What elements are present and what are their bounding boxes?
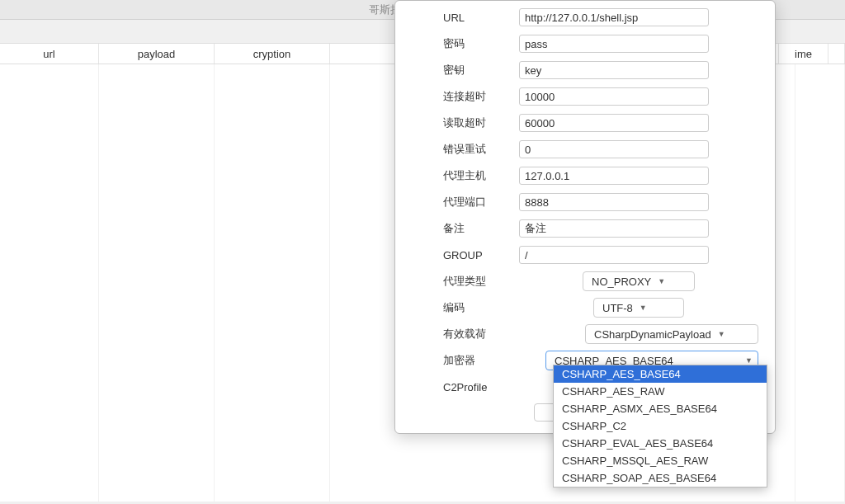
encryptor-option[interactable]: CSHARP_ASMX_AES_BASE64 — [554, 400, 767, 417]
encryptor-dropdown: CSHARP_AES_BASE64CSHARP_AES_RAWCSHARP_AS… — [553, 365, 767, 488]
proxy-port-label: 代理端口 — [412, 195, 519, 210]
read-timeout-label: 读取超时 — [412, 115, 519, 130]
conn-timeout-input[interactable] — [519, 87, 709, 106]
encryptor-option[interactable]: CSHARP_AES_RAW — [554, 383, 767, 400]
payload-select[interactable]: CSharpDynamicPayload ▼ — [585, 324, 758, 344]
encoding-value: UTF-8 — [602, 302, 633, 314]
payload-label: 有效载荷 — [412, 327, 519, 341]
password-input[interactable] — [519, 35, 709, 53]
url-input[interactable] — [519, 8, 709, 26]
encryptor-option[interactable]: CSHARP_SOAP_AES_BASE64 — [554, 469, 767, 487]
encoding-select[interactable]: UTF-8 ▼ — [593, 298, 684, 318]
encryptor-option[interactable]: CSHARP_AES_BASE64 — [554, 365, 767, 383]
chevron-down-icon: ▼ — [745, 356, 753, 365]
group-label: GROUP — [412, 249, 519, 261]
remark-label: 备注 — [412, 221, 519, 236]
encryptor-label: 加密器 — [412, 353, 519, 368]
encryptor-option[interactable]: CSHARP_C2 — [554, 417, 767, 435]
retry-input[interactable] — [519, 140, 709, 158]
c2profile-label: C2Profile — [412, 381, 519, 393]
column-cryption[interactable]: cryption — [215, 44, 330, 64]
group-input[interactable] — [519, 246, 709, 264]
key-label: 密钥 — [412, 63, 519, 78]
proxy-host-input[interactable] — [519, 167, 709, 185]
proxy-type-value: NO_PROXY — [592, 276, 651, 288]
chevron-down-icon: ▼ — [658, 277, 665, 285]
column-spacer — [828, 44, 845, 64]
url-label: URL — [412, 12, 519, 24]
password-label: 密码 — [412, 36, 519, 51]
encryptor-option[interactable]: CSHARP_MSSQL_AES_RAW — [554, 452, 767, 469]
encoding-label: 编码 — [412, 300, 519, 315]
proxy-host-label: 代理主机 — [412, 168, 519, 183]
column-payload[interactable]: payload — [99, 44, 215, 64]
chevron-down-icon: ▼ — [640, 304, 647, 312]
remark-input[interactable] — [519, 219, 709, 238]
proxy-type-label: 代理类型 — [412, 274, 519, 289]
conn-timeout-label: 连接超时 — [412, 89, 519, 104]
encryptor-option[interactable]: CSHARP_EVAL_AES_BASE64 — [554, 435, 767, 452]
proxy-port-input[interactable] — [519, 193, 709, 211]
chevron-down-icon: ▼ — [718, 330, 725, 338]
column-ime[interactable]: ime — [779, 44, 828, 64]
proxy-type-select[interactable]: NO_PROXY ▼ — [583, 271, 695, 291]
retry-label: 错误重试 — [412, 142, 519, 157]
column-url[interactable]: url — [0, 44, 99, 64]
payload-value: CSharpDynamicPayload — [594, 328, 711, 341]
key-input[interactable] — [519, 61, 709, 79]
read-timeout-input[interactable] — [519, 114, 709, 132]
